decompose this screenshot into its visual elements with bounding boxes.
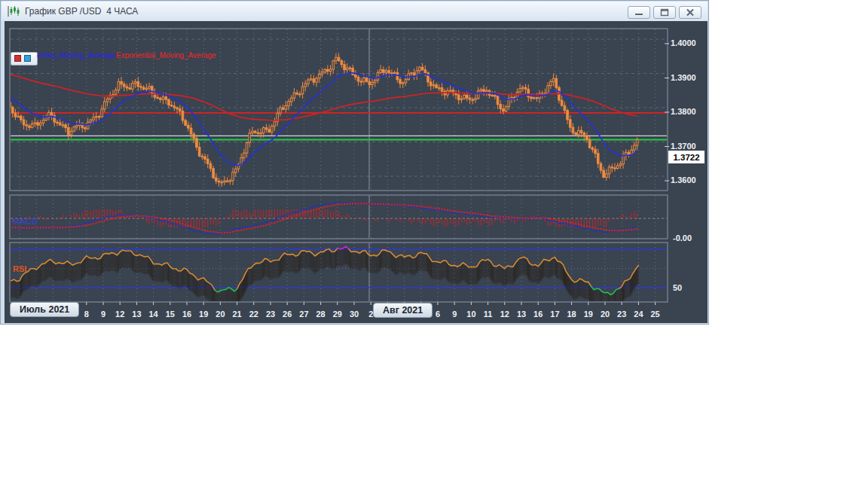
candle (324, 69, 326, 72)
date-tick-label: 29 (329, 310, 347, 319)
date-tick-label: 18 (563, 310, 581, 319)
macd-signal-dot (257, 226, 258, 227)
date-tick-label: 21 (228, 310, 246, 319)
chart-client-area[interactable]: ential_Moving_Average Exponential_Moving… (1, 21, 708, 324)
close-icon (684, 8, 696, 17)
macd-signal-dot (366, 203, 368, 205)
macd-signal-dot (491, 215, 493, 217)
desktop-background: График GBP /USD 4 ЧАСА ential_Moving_Ave… (0, 0, 868, 488)
macd-signal-dot (594, 227, 596, 229)
candle (76, 125, 78, 127)
macd-signal-dot (321, 207, 322, 209)
candle (591, 148, 594, 149)
macd-signal-dot (62, 227, 63, 228)
macd-signal-dot (542, 217, 543, 218)
candle (519, 88, 521, 92)
date-tick-label: 20 (596, 310, 614, 319)
macd-signal-dot (413, 205, 414, 206)
slow-ema-legend-label: Exponential_Moving_Average (116, 51, 216, 59)
macd-signal-dot (188, 224, 189, 226)
macd-signal-dot (101, 221, 102, 222)
macd-signal-dot (168, 219, 170, 221)
macd-signal-dot (173, 221, 175, 222)
blue-swatch-button[interactable] (24, 55, 31, 62)
macd-signal-dot (265, 224, 267, 226)
macd-signal-dot (327, 206, 329, 207)
candle (104, 102, 106, 109)
macd-signal-dot (299, 214, 301, 215)
candle (385, 71, 387, 72)
macd-signal-dot (480, 214, 481, 215)
macd-signal-dot (23, 227, 24, 229)
macd-signal-dot (319, 208, 320, 209)
restore-button[interactable] (653, 6, 676, 19)
candle (611, 167, 613, 168)
macd-signal-dot (154, 216, 155, 218)
month-button-july[interactable]: Июль 2021 (10, 302, 79, 317)
macd-signal-dot (140, 215, 142, 217)
candle (634, 145, 636, 150)
macd-signal-dot (447, 209, 448, 211)
macd-signal-dot (81, 225, 83, 227)
date-tick-label: 23 (261, 310, 280, 319)
candle (383, 70, 385, 73)
macd-signal-dot (134, 215, 136, 217)
macd-signal-dot (466, 212, 468, 213)
macd-signal-dot (243, 229, 245, 230)
macd-signal-dot (411, 205, 412, 206)
macd-signal-dot (53, 227, 55, 228)
macd-signal-dot (341, 203, 342, 205)
candle (162, 97, 164, 99)
macd-signal-dot (20, 227, 22, 229)
macd-signal-dot (561, 220, 563, 221)
candle (494, 96, 497, 96)
candle (215, 178, 218, 181)
candle (416, 71, 418, 75)
candle (355, 75, 357, 77)
macd-signal-dot (522, 218, 524, 219)
candle (290, 98, 292, 102)
macd-signal-dot (78, 225, 80, 227)
minimize-button[interactable] (628, 6, 650, 19)
macd-signal-dot (463, 212, 465, 213)
close-button[interactable] (679, 6, 701, 19)
candle (70, 131, 72, 135)
ma-color-toolbar[interactable] (11, 52, 38, 66)
candle (148, 87, 151, 88)
candle (421, 67, 423, 69)
candle (145, 88, 148, 89)
macd-signal-dot (408, 204, 409, 206)
candle (567, 110, 569, 119)
macd-signal-dot (201, 229, 203, 230)
macd-signal-dot (460, 212, 462, 213)
macd-signal-dot (179, 222, 181, 224)
candle (288, 102, 290, 106)
candle (472, 99, 474, 100)
candle (121, 81, 123, 84)
macd-signal-dot (68, 227, 69, 228)
red-swatch-button[interactable] (14, 55, 21, 62)
macd-signal-dot (355, 203, 356, 204)
macd-signal-dot (611, 230, 613, 231)
macd-signal-dot (432, 207, 434, 209)
window-titlebar[interactable]: График GBP /USD 4 ЧАСА (2, 2, 708, 21)
candle (441, 88, 443, 92)
month-button-august[interactable]: Авг 2021 (373, 303, 432, 318)
candle (600, 163, 602, 170)
macd-signal-dot (157, 217, 158, 218)
chart-canvas[interactable] (1, 21, 708, 324)
candle (265, 128, 267, 130)
price-tick-label: 1.3700 (671, 142, 707, 151)
candle (569, 120, 571, 127)
macd-signal-dot (625, 229, 627, 230)
candle (413, 73, 415, 75)
minimize-icon (633, 8, 645, 17)
macd-signal-dot (171, 220, 173, 221)
macd-signal-dot (190, 225, 191, 227)
candle (341, 61, 343, 65)
candle (182, 111, 184, 120)
macd-signal-dot (98, 221, 99, 223)
candle (616, 166, 619, 169)
candle (608, 167, 610, 174)
macd-signal-dot (469, 212, 470, 214)
